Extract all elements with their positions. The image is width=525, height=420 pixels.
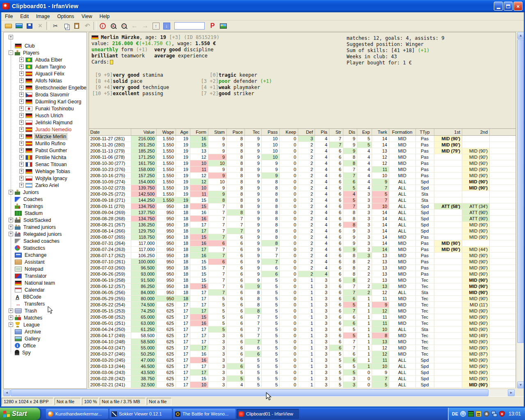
table-row[interactable]: 2008-07-17 (262)106.25095018167697024683… [89, 253, 516, 259]
sidebar-item-wojty-a-ignacy[interactable]: +Wojtyła Ignacy [4, 175, 87, 182]
tree-expander[interactable]: - [9, 50, 13, 55]
sidebar-item-office[interactable]: iOffice [4, 342, 87, 349]
sidebar-item-allofs-niklas[interactable]: +Allofs Niklas [4, 77, 87, 84]
table-row[interactable]: 2008-05-08 (252)65.000625171556750136611… [89, 314, 516, 320]
sidebar-item-spy[interactable]: Spy [4, 349, 87, 356]
tree-expander[interactable]: + [19, 71, 24, 76]
table-row[interactable]: 2008-09-04 (269)137.75095018167898024683… [89, 210, 516, 216]
sidebar-item-broda-slavom-r[interactable]: +Broda Slavomír [4, 91, 87, 98]
sidebar-item-club[interactable]: Club [4, 42, 87, 49]
cut-button[interactable]: ✂ [50, 21, 61, 31]
sidebar-item-players[interactable]: -Players [4, 49, 87, 56]
sidebar-item-abuda-elber[interactable]: +Abuda Elber [4, 56, 87, 63]
sidebar-item-gallery[interactable]: Gallery [4, 335, 87, 342]
save-button[interactable] [24, 21, 35, 31]
menu-help[interactable]: Help [96, 13, 114, 20]
column-header-ttyp[interactable]: TTyp [416, 129, 434, 135]
table-row[interactable]: 2008-07-24 (263)117.00095018177697024693… [89, 247, 516, 253]
tree-expander[interactable]: + [19, 92, 24, 97]
sidebar-item-jeli-ski-rajmund[interactable]: +Jeliński Rajmund [4, 119, 87, 126]
image-info-button[interactable]: i [97, 21, 108, 31]
vertical-scrollbar[interactable]: ▲ ▼ [517, 32, 524, 388]
sidebar-item-husch-ulrich[interactable]: +Husch Ulrich [4, 112, 87, 119]
table-row[interactable]: 2008-04-17 (249)58.500625171736750136518… [89, 333, 516, 339]
security-alert-shield-icon[interactable]: × [499, 411, 505, 417]
last-image-button[interactable]: ↓ [161, 21, 172, 31]
column-header-date[interactable]: Date [89, 129, 131, 135]
tree-expander[interactable]: + [19, 57, 24, 62]
sidebar-item-notepad[interactable]: Notepad [4, 265, 87, 272]
paste-button[interactable] [71, 21, 82, 31]
tree-expander[interactable]: + [9, 232, 13, 236]
scroll-left-arrow[interactable]: ◄ [3, 389, 10, 396]
sidebar-item-pintilie-nichita[interactable]: +Pintilie Nichita [4, 154, 87, 161]
column-header-def[interactable]: Def [298, 129, 315, 135]
table-row[interactable]: 2008-06-05 (256)84.000950181776850136721… [89, 290, 516, 296]
column-header-exp[interactable]: Exp [357, 129, 372, 135]
table-row[interactable]: 2008-09-25 (272)142.5001.550191198980246… [89, 191, 516, 197]
zoom-out-button[interactable]: − [119, 21, 129, 31]
column-header-stam[interactable]: Stam [208, 129, 227, 135]
sidebar-item-pabst-gunther[interactable]: +Pabst Gunther [4, 147, 87, 154]
table-row[interactable]: 2008-05-15 (253)74.250625171756850136711… [89, 308, 516, 314]
table-row[interactable]: 2008-02-28 (242)38.750625171535550135307… [89, 376, 516, 382]
sidebar-item-national-team[interactable]: National team [4, 279, 87, 286]
scroll-down-arrow[interactable]: ▼ [517, 381, 524, 388]
sidebar-item-calendar[interactable]: Calendar [4, 286, 87, 293]
column-header-dis[interactable]: Dis [343, 129, 357, 135]
restore-button[interactable] [504, 2, 513, 11]
sidebar-item-trained-juniors[interactable]: +Trained juniors [4, 224, 87, 231]
tree-expander[interactable]: + [9, 190, 13, 194]
column-header-value[interactable]: Value [131, 129, 157, 135]
tree-expander[interactable]: + [19, 113, 24, 118]
tree-expander[interactable]: + [19, 183, 24, 187]
sidebar-item-adam-targino[interactable]: +Adam Targino [4, 63, 87, 70]
scroll-right-arrow[interactable]: ► [508, 389, 515, 396]
menu-options[interactable]: Options [53, 13, 78, 20]
isdn-icon[interactable] [476, 411, 482, 417]
column-header-tec[interactable]: Tec [245, 129, 262, 135]
tree-expander[interactable]: + [9, 218, 13, 222]
table-row[interactable]: 2008-10-16 (275)157.2501.550191298990246… [89, 173, 516, 179]
table-row[interactable]: 2008-09-18 (271)144.2501.550191588980246… [89, 197, 516, 203]
sidebar-item-jurado-nemedio[interactable]: +Jurado Nemedio [4, 126, 87, 133]
tree-expander[interactable]: + [9, 322, 13, 327]
sidebar-item-translator[interactable]: Translator [4, 272, 87, 279]
sidebar-item-juniors[interactable]: +Juniors [4, 189, 87, 196]
table-row[interactable]: 2008-06-26 (259)93.000950181576960246821… [89, 271, 516, 277]
sidebar-item-bbcode[interactable]: BBCode [4, 293, 87, 300]
slideshow-button[interactable] [14, 21, 24, 31]
image-counter-input[interactable] [174, 22, 205, 30]
table-row[interactable]: 2008-04-24 (250)61.250625171756750136511… [89, 326, 516, 333]
sidebar-item-sacked-coaches[interactable]: Sacked coaches [4, 237, 87, 244]
open-file-button[interactable] [3, 21, 14, 31]
tree-expander[interactable]: + [19, 162, 24, 167]
sidebar-item-murillo-rufino[interactable]: +Murillo Rufino [4, 140, 87, 147]
column-header-1st[interactable]: 1st [434, 129, 462, 135]
sidebar-item-trainings[interactable]: Trainings [4, 203, 87, 210]
table-row[interactable]: 2008-07-03 (260)96.500950181576960246821… [89, 265, 516, 271]
table-row[interactable]: 2008-06-12 (257)86.250950181576950136721… [89, 283, 516, 290]
table-row[interactable]: 2008-05-29 (255)80.000950181756850136611… [89, 296, 516, 302]
tree-expander[interactable]: + [9, 315, 13, 320]
table-row[interactable]: 2008-03-20 (245)47.000625171636550135611… [89, 357, 516, 363]
horizontal-scroll-thumb[interactable] [11, 389, 488, 396]
sidebar-item-trash[interactable]: +Trash [4, 307, 87, 314]
table-row[interactable]: 2008-06-19 (258)91.500950181576950136821… [89, 277, 516, 283]
table-row[interactable]: 2008-04-10 (248)58.500625171736750136711… [89, 339, 516, 345]
sidebar-item-alguacil-f-lix[interactable]: +Alguacil Fèlix [4, 70, 87, 77]
copy-button[interactable] [61, 21, 71, 31]
horizontal-scrollbar[interactable]: ◄ ► [3, 389, 515, 396]
sidebar-item-stadium[interactable]: Stadium [4, 210, 87, 217]
first-image-button[interactable]: ↑ [151, 21, 161, 31]
sidebar-item-funaki-toshinobu[interactable]: +Funaki Toshinobu [4, 105, 87, 112]
table-row[interactable]: 2008-07-31 (264)117.00095018166698024693… [89, 240, 516, 247]
sidebar-item-senac-titouan[interactable]: +Senac Titouan [4, 161, 87, 168]
taskbar-task-the-battle-for-wesno-[interactable]: The Battle for Wesno... [173, 409, 235, 419]
table-row[interactable]: 2008-08-07 (265)118.75095018157698024693… [89, 234, 516, 240]
table-row[interactable]: 2008-07-10 (261)100.00095018156697024682… [89, 259, 516, 265]
tree-expander[interactable]: + [19, 85, 24, 90]
table-row[interactable]: 2008-08-21 (267)136.25095018177798024683… [89, 222, 516, 228]
table-row[interactable]: 2008-09-11 (270)134.75095018157898024673… [89, 203, 516, 210]
sidebar-item-league[interactable]: +League [4, 321, 87, 328]
